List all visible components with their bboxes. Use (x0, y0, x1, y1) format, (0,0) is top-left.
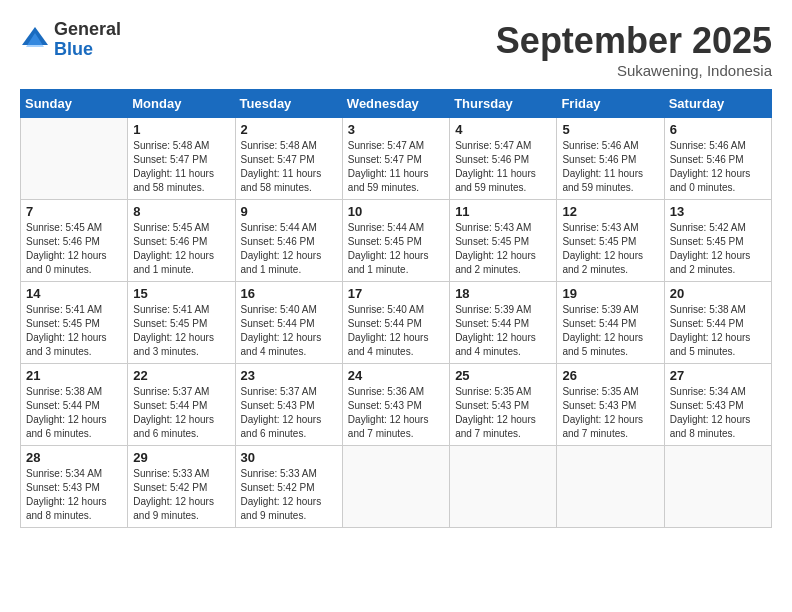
calendar-cell: 4Sunrise: 5:47 AM Sunset: 5:46 PM Daylig… (450, 118, 557, 200)
day-number: 27 (670, 368, 766, 383)
day-info: Sunrise: 5:40 AM Sunset: 5:44 PM Dayligh… (241, 303, 337, 359)
day-info: Sunrise: 5:43 AM Sunset: 5:45 PM Dayligh… (562, 221, 658, 277)
location-subtitle: Sukawening, Indonesia (496, 62, 772, 79)
day-number: 14 (26, 286, 122, 301)
week-row-3: 21Sunrise: 5:38 AM Sunset: 5:44 PM Dayli… (21, 364, 772, 446)
day-info: Sunrise: 5:47 AM Sunset: 5:47 PM Dayligh… (348, 139, 444, 195)
day-info: Sunrise: 5:48 AM Sunset: 5:47 PM Dayligh… (133, 139, 229, 195)
day-info: Sunrise: 5:48 AM Sunset: 5:47 PM Dayligh… (241, 139, 337, 195)
calendar-header: SundayMondayTuesdayWednesdayThursdayFrid… (21, 90, 772, 118)
day-number: 10 (348, 204, 444, 219)
day-number: 13 (670, 204, 766, 219)
day-info: Sunrise: 5:44 AM Sunset: 5:45 PM Dayligh… (348, 221, 444, 277)
day-info: Sunrise: 5:46 AM Sunset: 5:46 PM Dayligh… (562, 139, 658, 195)
page-header: General Blue September 2025 Sukawening, … (20, 20, 772, 79)
calendar-cell: 3Sunrise: 5:47 AM Sunset: 5:47 PM Daylig… (342, 118, 449, 200)
calendar-cell: 16Sunrise: 5:40 AM Sunset: 5:44 PM Dayli… (235, 282, 342, 364)
day-info: Sunrise: 5:37 AM Sunset: 5:43 PM Dayligh… (241, 385, 337, 441)
day-number: 17 (348, 286, 444, 301)
calendar-body: 1Sunrise: 5:48 AM Sunset: 5:47 PM Daylig… (21, 118, 772, 528)
calendar-cell: 23Sunrise: 5:37 AM Sunset: 5:43 PM Dayli… (235, 364, 342, 446)
day-info: Sunrise: 5:45 AM Sunset: 5:46 PM Dayligh… (26, 221, 122, 277)
day-number: 16 (241, 286, 337, 301)
title-block: September 2025 Sukawening, Indonesia (496, 20, 772, 79)
day-number: 28 (26, 450, 122, 465)
day-number: 9 (241, 204, 337, 219)
day-number: 25 (455, 368, 551, 383)
day-info: Sunrise: 5:44 AM Sunset: 5:46 PM Dayligh… (241, 221, 337, 277)
header-friday: Friday (557, 90, 664, 118)
calendar-cell (557, 446, 664, 528)
day-info: Sunrise: 5:34 AM Sunset: 5:43 PM Dayligh… (670, 385, 766, 441)
day-info: Sunrise: 5:37 AM Sunset: 5:44 PM Dayligh… (133, 385, 229, 441)
calendar-cell: 20Sunrise: 5:38 AM Sunset: 5:44 PM Dayli… (664, 282, 771, 364)
calendar-cell: 1Sunrise: 5:48 AM Sunset: 5:47 PM Daylig… (128, 118, 235, 200)
calendar-cell: 6Sunrise: 5:46 AM Sunset: 5:46 PM Daylig… (664, 118, 771, 200)
day-number: 22 (133, 368, 229, 383)
day-info: Sunrise: 5:41 AM Sunset: 5:45 PM Dayligh… (133, 303, 229, 359)
day-number: 11 (455, 204, 551, 219)
day-info: Sunrise: 5:41 AM Sunset: 5:45 PM Dayligh… (26, 303, 122, 359)
calendar-cell: 18Sunrise: 5:39 AM Sunset: 5:44 PM Dayli… (450, 282, 557, 364)
day-number: 6 (670, 122, 766, 137)
logo-general-text: General (54, 20, 121, 40)
day-number: 15 (133, 286, 229, 301)
day-number: 26 (562, 368, 658, 383)
day-info: Sunrise: 5:39 AM Sunset: 5:44 PM Dayligh… (562, 303, 658, 359)
day-info: Sunrise: 5:34 AM Sunset: 5:43 PM Dayligh… (26, 467, 122, 523)
header-monday: Monday (128, 90, 235, 118)
calendar-cell: 29Sunrise: 5:33 AM Sunset: 5:42 PM Dayli… (128, 446, 235, 528)
day-number: 7 (26, 204, 122, 219)
calendar-cell: 15Sunrise: 5:41 AM Sunset: 5:45 PM Dayli… (128, 282, 235, 364)
day-info: Sunrise: 5:39 AM Sunset: 5:44 PM Dayligh… (455, 303, 551, 359)
calendar-cell: 11Sunrise: 5:43 AM Sunset: 5:45 PM Dayli… (450, 200, 557, 282)
day-info: Sunrise: 5:35 AM Sunset: 5:43 PM Dayligh… (562, 385, 658, 441)
header-saturday: Saturday (664, 90, 771, 118)
header-wednesday: Wednesday (342, 90, 449, 118)
day-number: 30 (241, 450, 337, 465)
calendar-cell: 22Sunrise: 5:37 AM Sunset: 5:44 PM Dayli… (128, 364, 235, 446)
calendar-cell: 28Sunrise: 5:34 AM Sunset: 5:43 PM Dayli… (21, 446, 128, 528)
day-info: Sunrise: 5:42 AM Sunset: 5:45 PM Dayligh… (670, 221, 766, 277)
calendar-cell: 17Sunrise: 5:40 AM Sunset: 5:44 PM Dayli… (342, 282, 449, 364)
calendar-cell: 14Sunrise: 5:41 AM Sunset: 5:45 PM Dayli… (21, 282, 128, 364)
day-info: Sunrise: 5:45 AM Sunset: 5:46 PM Dayligh… (133, 221, 229, 277)
day-number: 23 (241, 368, 337, 383)
day-info: Sunrise: 5:36 AM Sunset: 5:43 PM Dayligh… (348, 385, 444, 441)
day-number: 29 (133, 450, 229, 465)
day-number: 3 (348, 122, 444, 137)
calendar-table: SundayMondayTuesdayWednesdayThursdayFrid… (20, 89, 772, 528)
calendar-cell (21, 118, 128, 200)
day-number: 12 (562, 204, 658, 219)
calendar-cell: 10Sunrise: 5:44 AM Sunset: 5:45 PM Dayli… (342, 200, 449, 282)
calendar-cell: 25Sunrise: 5:35 AM Sunset: 5:43 PM Dayli… (450, 364, 557, 446)
day-number: 19 (562, 286, 658, 301)
week-row-0: 1Sunrise: 5:48 AM Sunset: 5:47 PM Daylig… (21, 118, 772, 200)
calendar-cell (450, 446, 557, 528)
logo-blue-text: Blue (54, 40, 121, 60)
calendar-cell: 8Sunrise: 5:45 AM Sunset: 5:46 PM Daylig… (128, 200, 235, 282)
calendar-cell: 19Sunrise: 5:39 AM Sunset: 5:44 PM Dayli… (557, 282, 664, 364)
day-number: 20 (670, 286, 766, 301)
day-number: 18 (455, 286, 551, 301)
calendar-cell: 7Sunrise: 5:45 AM Sunset: 5:46 PM Daylig… (21, 200, 128, 282)
week-row-4: 28Sunrise: 5:34 AM Sunset: 5:43 PM Dayli… (21, 446, 772, 528)
calendar-cell: 27Sunrise: 5:34 AM Sunset: 5:43 PM Dayli… (664, 364, 771, 446)
calendar-cell: 21Sunrise: 5:38 AM Sunset: 5:44 PM Dayli… (21, 364, 128, 446)
header-thursday: Thursday (450, 90, 557, 118)
calendar-cell: 13Sunrise: 5:42 AM Sunset: 5:45 PM Dayli… (664, 200, 771, 282)
calendar-cell (342, 446, 449, 528)
day-info: Sunrise: 5:43 AM Sunset: 5:45 PM Dayligh… (455, 221, 551, 277)
day-info: Sunrise: 5:46 AM Sunset: 5:46 PM Dayligh… (670, 139, 766, 195)
header-tuesday: Tuesday (235, 90, 342, 118)
calendar-cell (664, 446, 771, 528)
calendar-cell: 26Sunrise: 5:35 AM Sunset: 5:43 PM Dayli… (557, 364, 664, 446)
header-row: SundayMondayTuesdayWednesdayThursdayFrid… (21, 90, 772, 118)
header-sunday: Sunday (21, 90, 128, 118)
calendar-cell: 5Sunrise: 5:46 AM Sunset: 5:46 PM Daylig… (557, 118, 664, 200)
day-info: Sunrise: 5:35 AM Sunset: 5:43 PM Dayligh… (455, 385, 551, 441)
calendar-cell: 9Sunrise: 5:44 AM Sunset: 5:46 PM Daylig… (235, 200, 342, 282)
day-number: 1 (133, 122, 229, 137)
day-number: 21 (26, 368, 122, 383)
day-info: Sunrise: 5:33 AM Sunset: 5:42 PM Dayligh… (133, 467, 229, 523)
